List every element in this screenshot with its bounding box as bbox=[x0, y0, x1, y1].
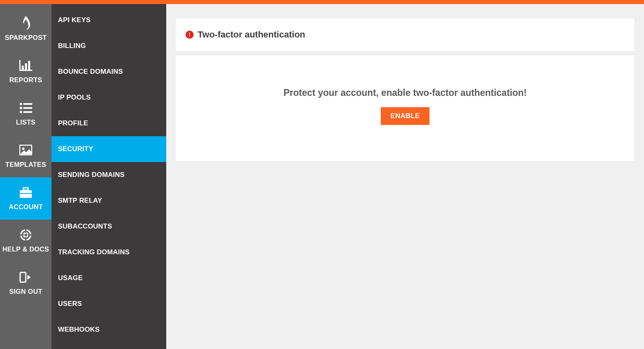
subnav-profile[interactable]: PROFILE bbox=[52, 110, 166, 136]
svg-rect-19 bbox=[25, 229, 27, 233]
subnav-sending-domains[interactable]: SENDING DOMAINS bbox=[52, 162, 166, 188]
subnav-webhooks[interactable]: WEBHOOKS bbox=[52, 317, 166, 343]
svg-point-8 bbox=[20, 107, 22, 109]
svg-rect-3 bbox=[22, 66, 24, 70]
nav-reports-label: REPORTS bbox=[9, 76, 42, 83]
card-body-inner: Protect your account, enable two-factor … bbox=[175, 55, 635, 161]
svg-rect-2 bbox=[19, 60, 21, 71]
card-title: Two-factor authentication bbox=[198, 29, 305, 40]
nav-signout[interactable]: SIGN OUT bbox=[0, 262, 52, 304]
nav-account-label: ACCOUNT bbox=[9, 203, 43, 210]
subnav-label: SECURITY bbox=[58, 145, 93, 153]
svg-point-13 bbox=[22, 147, 25, 150]
subnav-usage[interactable]: USAGE bbox=[52, 265, 166, 291]
subnav-subaccounts[interactable]: SUBACCOUNTS bbox=[52, 214, 166, 239]
svg-point-6 bbox=[20, 103, 22, 105]
subnav-billing[interactable]: BILLING bbox=[52, 33, 166, 59]
svg-rect-20 bbox=[25, 237, 27, 241]
main-content: ! Two-factor authentication Protect your… bbox=[166, 4, 644, 349]
subnav-label: BOUNCE DOMAINS bbox=[58, 68, 123, 75]
brand-home[interactable]: SPARKPOST bbox=[0, 4, 52, 50]
subnav-label: SMTP RELAY bbox=[58, 197, 102, 204]
nav-help[interactable]: HELP & DOCS bbox=[0, 220, 52, 262]
primary-nav: SPARKPOST REPORTS LISTS TEMPLATES ACCOUN bbox=[0, 4, 52, 349]
card-body-2fa: Protect your account, enable two-factor … bbox=[175, 55, 635, 162]
nav-lists-label: LISTS bbox=[16, 118, 35, 126]
alert-icon: ! bbox=[186, 31, 194, 39]
briefcase-icon bbox=[19, 187, 32, 198]
subnav-bounce-domains[interactable]: BOUNCE DOMAINS bbox=[52, 59, 166, 85]
brand-label: SPARKPOST bbox=[5, 34, 47, 41]
svg-point-10 bbox=[20, 111, 22, 113]
nav-help-label: HELP & DOCS bbox=[2, 245, 49, 253]
svg-rect-21 bbox=[20, 234, 24, 236]
card-header-row: ! Two-factor authentication bbox=[175, 18, 635, 51]
app-shell: SPARKPOST REPORTS LISTS TEMPLATES ACCOUN bbox=[0, 4, 644, 349]
subnav-label: SUBACCOUNTS bbox=[58, 222, 112, 230]
secondary-nav: API KEYS BILLING BOUNCE DOMAINS IP POOLS… bbox=[52, 4, 166, 349]
subnav-label: PROFILE bbox=[58, 119, 88, 127]
svg-rect-9 bbox=[23, 107, 32, 109]
subnav-label: BILLING bbox=[58, 42, 86, 50]
nav-reports[interactable]: REPORTS bbox=[0, 50, 52, 93]
nav-templates-label: TEMPLATES bbox=[5, 161, 46, 168]
svg-rect-14 bbox=[20, 190, 32, 198]
svg-point-18 bbox=[24, 233, 28, 237]
svg-point-0 bbox=[24, 25, 28, 28]
subnav-label: IP POOLS bbox=[58, 93, 91, 101]
subnav-users[interactable]: USERS bbox=[52, 291, 166, 317]
subnav-ip-pools[interactable]: IP POOLS bbox=[52, 85, 166, 110]
svg-rect-16 bbox=[20, 193, 32, 194]
bar-chart-icon bbox=[19, 60, 32, 71]
top-accent-bar bbox=[0, 0, 644, 4]
subnav-label: TRACKING DOMAINS bbox=[58, 248, 130, 256]
enable-2fa-button[interactable]: ENABLE bbox=[381, 107, 429, 125]
subnav-smtp-relay[interactable]: SMTP RELAY bbox=[52, 188, 166, 214]
svg-rect-23 bbox=[20, 272, 26, 282]
subnav-label: SENDING DOMAINS bbox=[58, 171, 124, 179]
subnav-tracking-domains[interactable]: TRACKING DOMAINS bbox=[52, 239, 166, 265]
enable-2fa-prompt: Protect your account, enable two-factor … bbox=[186, 87, 625, 98]
svg-rect-1 bbox=[19, 70, 32, 71]
sign-out-icon bbox=[19, 272, 32, 283]
svg-rect-22 bbox=[28, 234, 31, 236]
svg-rect-15 bbox=[23, 188, 28, 190]
subnav-security[interactable]: SECURITY bbox=[52, 136, 166, 162]
nav-templates[interactable]: TEMPLATES bbox=[0, 135, 52, 177]
subnav-api-keys[interactable]: API KEYS bbox=[52, 7, 166, 33]
flame-icon bbox=[21, 15, 31, 31]
svg-rect-5 bbox=[28, 61, 30, 70]
image-icon bbox=[19, 145, 32, 156]
svg-rect-11 bbox=[23, 111, 32, 113]
list-icon bbox=[19, 102, 32, 114]
nav-lists[interactable]: LISTS bbox=[0, 93, 52, 135]
nav-signout-label: SIGN OUT bbox=[9, 288, 42, 295]
subnav-label: WEBHOOKS bbox=[58, 326, 100, 333]
svg-rect-4 bbox=[25, 63, 27, 70]
nav-account[interactable]: ACCOUNT bbox=[0, 177, 52, 220]
life-ring-icon bbox=[19, 229, 32, 241]
subnav-label: USERS bbox=[58, 300, 82, 307]
card-header-2fa: ! Two-factor authentication bbox=[175, 18, 635, 52]
subnav-label: USAGE bbox=[58, 274, 83, 282]
svg-rect-7 bbox=[23, 103, 32, 105]
subnav-label: API KEYS bbox=[58, 16, 91, 24]
